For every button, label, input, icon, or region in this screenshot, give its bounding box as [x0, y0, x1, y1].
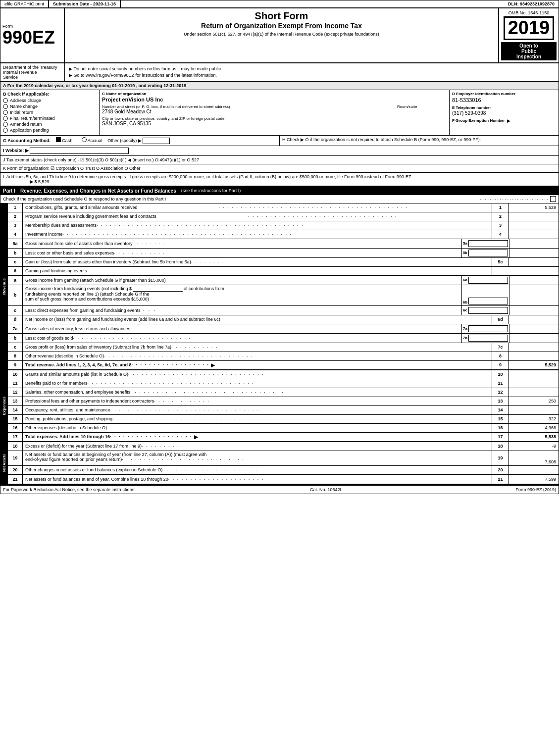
section-c: C Name of organization Project enVision … [100, 90, 450, 135]
table-row: 20 Other changes in net assets or fund b… [8, 466, 559, 475]
amount-7a [509, 324, 559, 333]
row-num: b [8, 249, 23, 257]
amount-15: 322 [509, 415, 559, 423]
cash-checkbox[interactable] [56, 137, 61, 142]
amount-6a [509, 276, 559, 285]
row-desc: Program service revenue including govern… [23, 212, 492, 221]
pending-radio[interactable] [3, 128, 8, 133]
amount-14 [509, 406, 559, 414]
row-desc: Less: direct expenses from gaming and fu… [23, 306, 461, 315]
subtitle: Under section 501(c), 527, or 4947(a)(1)… [69, 32, 494, 37]
page: efile GRAPHIC print Submission Date - 20… [0, 0, 559, 494]
section-g-panel: G Accounting Method: Cash Accrual Other … [0, 136, 280, 146]
row-desc: Gross income from fundraising events (no… [23, 285, 461, 305]
address-fields: Number and street (or P. O. box, if mail… [102, 104, 447, 114]
expenses-section: Expenses 10 Grants and similar amounts p… [0, 370, 559, 442]
amount-8 [509, 352, 559, 360]
website-label: I Website: ▶ [3, 148, 29, 153]
title-center: Short Form Return of Organization Exempt… [65, 8, 499, 62]
address-field: Number and street (or P. O. box, if mail… [102, 104, 395, 114]
accounting-label: G Accounting Method: [3, 138, 51, 143]
website-input[interactable] [30, 148, 129, 154]
amount-19: 7,608 [509, 451, 559, 465]
expenses-rows: 10 Grants and similar amounts paid (list… [8, 370, 559, 442]
goto-instruction: ▶ Go to www.irs.gov/Form990EZ for instru… [69, 73, 555, 78]
line-num-6d: 6d [492, 315, 509, 324]
tax-row: J Tax-exempt status (check only one) - ☑… [0, 156, 559, 164]
section-a: A For the 2019 calendar year, or tax yea… [0, 82, 559, 90]
phone-value: (317) 529-0398 [452, 110, 556, 116]
line-num-12: 12 [492, 388, 509, 397]
table-row: c Gain or (loss) from sale of assets oth… [8, 258, 559, 267]
accrual-radio[interactable] [82, 137, 87, 142]
row-desc: Total revenue. Add lines 1, 2, 3, 4, 5c,… [23, 361, 492, 369]
check-final: Final return/terminated [3, 116, 97, 121]
table-row: 14 Occupancy, rent, utilities, and maint… [8, 406, 559, 415]
group-label: F Group Exemption Number [452, 118, 505, 123]
table-row: b Gross income from fundraising events (… [8, 285, 559, 306]
other-specify-input[interactable] [143, 138, 170, 144]
section-b: B Check if applicable: Address charge Na… [0, 90, 100, 135]
row-desc: Professional fees and other payments to … [23, 397, 492, 405]
section-l-arrow: ▶ $ [30, 179, 37, 184]
open-to-public-box: Open to Public Inspection [501, 42, 557, 60]
amount-2 [509, 212, 559, 221]
amount-17: 5,538 [509, 433, 559, 441]
row-num: c [8, 306, 23, 315]
row-num: 21 [8, 475, 23, 484]
section-h-panel: H Check ▶ O if the organization is not r… [280, 136, 559, 146]
row-num: 8 [8, 352, 23, 360]
part-i-checkbox[interactable] [550, 196, 556, 202]
row-num: 16 [8, 424, 23, 432]
section-d: D Employer identification number 81-5333… [450, 90, 559, 135]
org-name-label: C Name of organization [102, 92, 447, 96]
short-form-title: Short Form [69, 10, 494, 22]
revenue-text: Revenue [1, 273, 7, 300]
part-check-dots: · · · · · · · · · · · · · · · · · · · · … [480, 197, 548, 202]
row-desc: Gain or (loss) from sale of assets other… [23, 258, 492, 266]
revenue-side-label: Revenue [0, 203, 8, 370]
row-desc: Net assets or fund balances at beginning… [23, 451, 492, 465]
row-num: 11 [8, 379, 23, 388]
row-desc: Other revenue (describe in Schedule O) ·… [23, 352, 492, 360]
address-radio[interactable] [3, 98, 8, 103]
row-desc: Occupancy, rent, utilities, and maintena… [23, 406, 492, 414]
amount-20 [509, 466, 559, 474]
table-row: 10 Grants and similar amounts paid (list… [8, 370, 559, 379]
line-num-15: 15 [492, 415, 509, 423]
row-num: d [8, 315, 23, 324]
row-desc: Net income or (loss) from gaming and fun… [23, 315, 492, 324]
row-num: 13 [8, 397, 23, 405]
line-num-19: 19 [492, 451, 509, 465]
row-desc: Net assets or fund balances at end of ye… [23, 475, 492, 484]
part-check-text: Check if the organization used Schedule … [3, 197, 166, 202]
net-assets-side-label: Net Assets [0, 442, 8, 484]
amount-13: 250 [509, 397, 559, 405]
part-i-header: Part I Revenue, Expenses, and Changes in… [0, 187, 559, 195]
table-row: c Less: direct expenses from gaming and … [8, 306, 559, 315]
table-row: 9 Total revenue. Add lines 1, 2, 3, 4, 5… [8, 361, 559, 370]
inline-box-7a: 7a [461, 324, 509, 333]
amended-radio[interactable] [3, 122, 8, 127]
row-desc: Grants and similar amounts paid (list in… [23, 370, 492, 379]
row-num: 6 [8, 267, 23, 275]
line-num-17: 17 [492, 433, 509, 441]
form-number: 990EZ [2, 29, 55, 47]
instructions-panel: ▶ Do not enter social security numbers o… [65, 63, 559, 81]
table-row: c Gross profit or (loss) from sales of i… [8, 343, 559, 352]
ein-label: D Employer identification number [452, 92, 556, 96]
row-num: 19 [8, 451, 23, 465]
final-radio[interactable] [3, 116, 8, 121]
line-num-20: 20 [492, 466, 509, 474]
table-row: 19 Net assets or fund balances at beginn… [8, 451, 559, 466]
line-num-5c: 5c [492, 258, 509, 266]
amount-6d [509, 315, 559, 324]
initial-radio[interactable] [3, 110, 8, 115]
row-num: c [8, 343, 23, 352]
name-radio[interactable] [3, 104, 8, 109]
cash-option: Cash [56, 138, 74, 143]
spacer [492, 267, 559, 275]
part-i-check-row: Check if the organization used Schedule … [0, 195, 559, 203]
row-desc: Contributions, gifts, grants, and simila… [23, 203, 492, 212]
check-name: Name change [3, 104, 97, 109]
